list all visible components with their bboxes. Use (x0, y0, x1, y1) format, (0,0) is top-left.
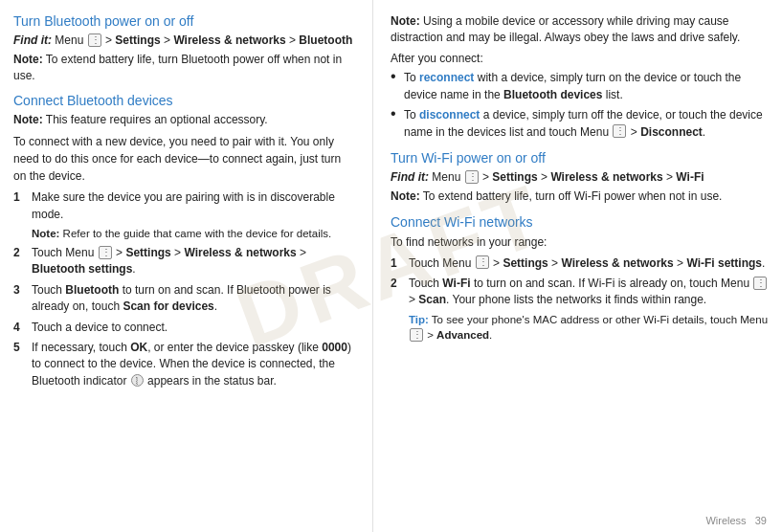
wifi-step-1: 1 Touch Menu > Settings > Wireless & net… (391, 255, 769, 272)
menu-icon-2 (99, 246, 112, 259)
note-wifi-power: Note: To extend battery life, turn off W… (391, 188, 769, 205)
bt-status-icon: ⦚ (131, 374, 144, 387)
section-title-wifi-connect: Connect Wi-Fi networks (391, 214, 769, 230)
wifi-step-2: 2 Touch Wi-Fi to turn on and scan. If Wi… (391, 276, 769, 343)
page-footer: Wireless 39 (705, 515, 767, 526)
bt-step-1-note: Note: Refer to the guide that came with … (32, 226, 355, 241)
bt-steps-list: 1 Make sure the device you are pairing w… (13, 189, 355, 389)
menu-icon-5 (476, 255, 489, 269)
wifi-intro: To find networks in your range: (391, 233, 769, 251)
note-bt-accessory: Note: This feature requires an optional … (13, 112, 355, 128)
disconnect-text: disconnect (419, 108, 480, 122)
wifi-steps-list: 1 Touch Menu > Settings > Wireless & net… (391, 255, 769, 343)
menu-icon-6 (753, 277, 767, 290)
section-title-bt-connect: Connect Bluetooth devices (13, 93, 355, 108)
left-column: Turn Bluetooth power on or off Find it: … (0, 0, 373, 532)
note-bt-power: Note: To extend battery life, turn Bluet… (13, 52, 355, 84)
bt-step-2: 2 Touch Menu > Settings > Wireless & net… (13, 245, 355, 278)
wifi-step-2-tip: Tip: To see your phone's MAC address or … (409, 312, 769, 343)
bullet-disconnect: • To disconnect a device, simply turn of… (391, 107, 769, 141)
after-connect-label: After you connect: (391, 51, 769, 67)
bt-step-3: 3 Touch Bluetooth to turn on and scan. I… (13, 282, 355, 316)
find-it-bt: Find it: Menu > Settings > Wireless & ne… (13, 33, 355, 49)
note-driving: Note: Using a mobile device or accessory… (391, 13, 769, 46)
menu-icon-3 (613, 124, 626, 138)
find-it-wifi: Find it: Menu > Settings > Wireless & ne… (391, 169, 769, 186)
bt-step-4: 4 Touch a device to connect. (13, 320, 355, 336)
section-title-wifi-power: Turn Wi-Fi power on or off (391, 150, 769, 166)
menu-icon-7 (410, 328, 423, 342)
bt-step-1: 1 Make sure the device you are pairing w… (13, 189, 355, 241)
menu-icon-4 (465, 170, 479, 184)
bt-step-5: 5 If necessary, touch OK, or enter the d… (13, 340, 355, 389)
body-bt-intro: To connect with a new device, you need t… (13, 133, 355, 185)
reconnect-text: reconnect (419, 71, 474, 84)
menu-icon-1 (88, 33, 101, 47)
page-container: DRAFT Turn Bluetooth power on or off Fin… (0, 0, 782, 532)
bullet-reconnect: • To reconnect with a device, simply tur… (391, 70, 769, 103)
section-title-bt-power: Turn Bluetooth power on or off (13, 13, 355, 29)
after-connect-list: • To reconnect with a device, simply tur… (391, 70, 769, 141)
right-column: Note: Using a mobile device or accessory… (373, 0, 782, 532)
